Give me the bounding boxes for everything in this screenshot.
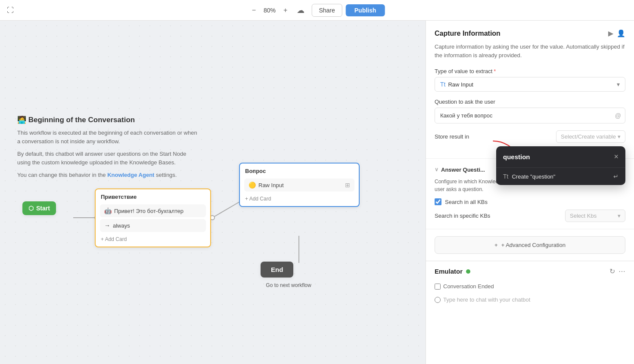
capture-title: Capture Information [435, 30, 500, 37]
kb-select[interactable]: Select Kbs ▾ [565, 210, 625, 222]
cloud-save-button[interactable]: ☁ [293, 4, 308, 17]
emulator-chat-placeholder: Type here to chat with your chatbot [443, 296, 530, 303]
publish-button[interactable]: Publish [346, 4, 385, 16]
capture-header: Capture Information ▶ 👤 [435, 29, 625, 37]
zoom-out-button[interactable]: − [249, 5, 258, 16]
question-node-header: Вопрос [240, 163, 359, 177]
at-icon: @ [615, 112, 621, 119]
start-node[interactable]: ⬡ Start [22, 201, 56, 215]
store-result-row: Store result in Select/Create variable ▾ [435, 130, 625, 143]
answer-toggle-icon: ∨ [435, 167, 438, 173]
expand-card-icon: ⊞ [345, 182, 350, 188]
enter-icon: ↵ [613, 173, 618, 180]
question-input[interactable] [435, 108, 625, 123]
required-star: * [494, 68, 496, 74]
greeting-item-2[interactable]: → always [100, 219, 206, 232]
arrow-icon: → [104, 222, 110, 229]
greeting-item-1[interactable]: 🤖 Привет! Это бот-бухгалтер [100, 204, 206, 217]
type-select-left: Tt Raw Input [440, 81, 473, 88]
advanced-config-button[interactable]: + + Advanced Configuration [435, 236, 625, 254]
toolbar-center: − 80% + ☁ Share Publish [249, 4, 385, 17]
emulator-status-dot [466, 269, 470, 274]
create-variable-label: Create "question" [512, 173, 555, 180]
create-variable-item[interactable]: Tt Create "question" ↵ [496, 168, 625, 185]
kb-placeholder: Select Kbs [570, 213, 597, 219]
raw-input-icon: 🟡 [249, 182, 256, 188]
search-all-kbs-row: Search in all KBs [435, 198, 625, 205]
toolbar: ⛶ − 80% + ☁ Share Publish [0, 0, 634, 21]
greeting-node-header: Приветствие [96, 189, 210, 203]
create-variable-icon: Tt [503, 173, 508, 180]
bot-icon: 🤖 [104, 207, 112, 214]
search-specific-kbs-row: Search in specific KBs Select Kbs ▾ [435, 210, 625, 222]
start-node-label: Start [36, 205, 50, 212]
user-icon-button[interactable]: 👤 [617, 29, 625, 37]
expand-button[interactable]: ⛶ [7, 6, 14, 14]
type-chevron-icon: ▾ [617, 81, 620, 88]
info-text-1: This workflow is executed at the beginni… [17, 129, 198, 145]
emulator-icons: ↻ ⋯ [609, 267, 625, 275]
dropdown-close-button[interactable]: × [614, 152, 618, 161]
greeting-node[interactable]: Приветствие 🤖 Привет! Это бот-бухгалтер … [95, 188, 211, 247]
end-node-label: End [271, 266, 283, 273]
emulator-title: Emulator [435, 268, 463, 275]
emulator-conv-row: Conversation Ended [435, 281, 625, 292]
store-select[interactable]: Select/Create variable ▾ [556, 130, 625, 143]
advanced-label: + Advanced Configuration [501, 242, 566, 248]
start-node-icon: ⬡ [28, 205, 34, 212]
share-button[interactable]: Share [311, 4, 342, 17]
conversation-ended-checkbox[interactable] [435, 284, 441, 290]
emulator-refresh-button[interactable]: ↻ [609, 267, 615, 275]
kb-arrow-icon: ▾ [618, 213, 621, 219]
type-value: Raw Input [448, 81, 473, 88]
capture-section: Capture Information ▶ 👤 Capture informat… [426, 21, 634, 159]
variable-dropdown-popup: question × Tt Create "question" ↵ [496, 146, 625, 185]
video-icon-button[interactable]: ▶ [608, 29, 613, 37]
canvas-grid [0, 21, 426, 364]
emulator-title-row: Emulator [435, 268, 470, 275]
capture-description: Capture information by asking the user f… [435, 43, 625, 59]
canvas[interactable]: 🧑‍💻 Beginning of the Conversation This w… [0, 21, 426, 364]
search-all-kbs-label: Search in all KBs [445, 199, 488, 205]
emulator-chat-row: Type here to chat with your chatbot [435, 296, 625, 303]
capture-icons: ▶ 👤 [608, 29, 625, 37]
advanced-section: + + Advanced Configuration [426, 229, 634, 261]
kb-search-label: Search in specific KBs [435, 213, 490, 219]
zoom-in-button[interactable]: + [281, 5, 290, 16]
store-arrow-icon: ▾ [618, 133, 621, 140]
question-input-wrapper: @ [435, 108, 625, 123]
info-text-3: You can change this behavior in the Know… [17, 171, 198, 179]
question-node[interactable]: Вопрос 🟡 Raw Input ⊞ + Add Card [239, 163, 360, 207]
dropdown-title: question [503, 153, 530, 160]
end-sublabel: Go to next workflow [257, 282, 320, 288]
emulator-chat-radio[interactable] [435, 297, 441, 303]
store-label: Store result in [435, 133, 469, 140]
type-select-row[interactable]: Tt Raw Input ▾ [435, 77, 625, 92]
search-all-kbs-checkbox[interactable] [435, 198, 441, 205]
emulator-section: Emulator ↻ ⋯ Conversation Ended Type her… [426, 261, 634, 309]
store-placeholder: Select/Create variable [561, 133, 616, 140]
type-tt-icon: Tt [440, 81, 445, 88]
greeting-add-card[interactable]: + Add Card [96, 234, 210, 247]
answer-section-label: Answer Questi... [441, 167, 485, 173]
advanced-plus-icon: + [494, 242, 498, 248]
question-label: Question to ask the user [435, 99, 625, 105]
question-item-1[interactable]: 🟡 Raw Input ⊞ [244, 179, 354, 191]
info-panel: 🧑‍💻 Beginning of the Conversation This w… [17, 115, 198, 184]
emulator-header: Emulator ↻ ⋯ [435, 267, 625, 275]
knowledge-agent-link[interactable]: Knowledge Agent [107, 172, 154, 178]
zoom-level: 80% [262, 7, 277, 14]
conversation-ended-label: Conversation Ended [443, 283, 494, 290]
dropdown-header: question × [496, 146, 625, 168]
right-panel: Capture Information ▶ 👤 Capture informat… [426, 21, 634, 364]
end-node[interactable]: End [261, 262, 293, 278]
type-label: Type of value to extract * [435, 68, 625, 74]
info-title: 🧑‍💻 Beginning of the Conversation [17, 115, 198, 124]
main-area: 🧑‍💻 Beginning of the Conversation This w… [0, 21, 634, 364]
info-text-2: By default, this chatbot will answer use… [17, 150, 198, 167]
question-add-card[interactable]: + Add Card [240, 193, 359, 206]
emulator-more-button[interactable]: ⋯ [618, 267, 625, 275]
